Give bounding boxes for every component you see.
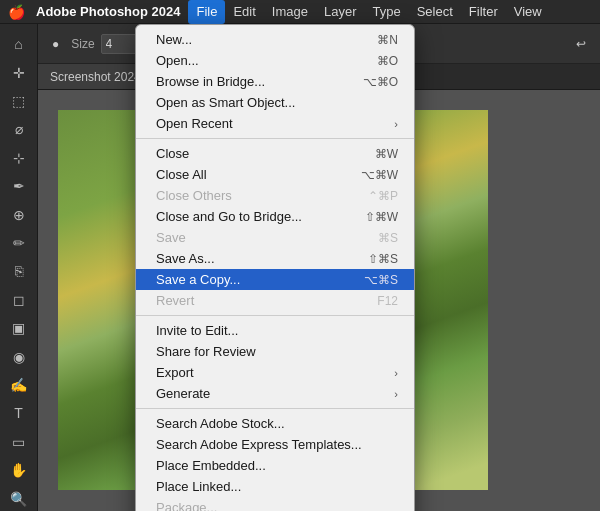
- tool-eraser[interactable]: ◻: [5, 288, 33, 312]
- menu-open[interactable]: Open... ⌘O: [136, 50, 414, 71]
- menu-open-smart-object[interactable]: Open as Smart Object...: [136, 92, 414, 113]
- tool-blur[interactable]: ◉: [5, 344, 33, 368]
- menu-package: Package...: [136, 497, 414, 511]
- tool-hand[interactable]: ✋: [5, 458, 33, 482]
- menu-type[interactable]: Type: [365, 0, 409, 24]
- tool-shape[interactable]: ▭: [5, 430, 33, 454]
- menu-image[interactable]: Image: [264, 0, 316, 24]
- menu-open-recent[interactable]: Open Recent ›: [136, 113, 414, 134]
- menu-save-copy[interactable]: Save a Copy... ⌥⌘S: [136, 269, 414, 290]
- file-menu-dropdown[interactable]: New... ⌘N Open... ⌘O Browse in Bridge...…: [135, 24, 415, 511]
- menu-place-linked[interactable]: Place Linked...: [136, 476, 414, 497]
- menu-close-all[interactable]: Close All ⌥⌘W: [136, 164, 414, 185]
- apple-menu[interactable]: 🍎: [4, 0, 28, 24]
- menu-filter[interactable]: Filter: [461, 0, 506, 24]
- tool-type[interactable]: T: [5, 401, 33, 425]
- separator-2: [136, 315, 414, 316]
- menu-export[interactable]: Export ›: [136, 362, 414, 383]
- tool-lasso[interactable]: ⌀: [5, 117, 33, 141]
- menu-search-stock[interactable]: Search Adobe Stock...: [136, 413, 414, 434]
- tool-heal[interactable]: ⊕: [5, 202, 33, 226]
- menu-save: Save ⌘S: [136, 227, 414, 248]
- menu-search-express[interactable]: Search Adobe Express Templates...: [136, 434, 414, 455]
- tool-move[interactable]: ✛: [5, 60, 33, 84]
- menu-select[interactable]: Select: [409, 0, 461, 24]
- menu-close-bridge[interactable]: Close and Go to Bridge... ⇧⌘W: [136, 206, 414, 227]
- menu-invite-edit[interactable]: Invite to Edit...: [136, 320, 414, 341]
- tool-zoom[interactable]: 🔍: [5, 487, 33, 511]
- separator-1: [136, 138, 414, 139]
- menu-save-as[interactable]: Save As... ⇧⌘S: [136, 248, 414, 269]
- size-label: Size: [71, 37, 94, 51]
- menu-close[interactable]: Close ⌘W: [136, 143, 414, 164]
- app-name-label: Adobe Photoshop 2024: [36, 4, 180, 19]
- menu-place-embedded[interactable]: Place Embedded...: [136, 455, 414, 476]
- tools-panel: ⌂ ✛ ⬚ ⌀ ⊹ ✒ ⊕ ✏ ⎘ ◻ ▣ ◉ ✍ T ▭ ✋ 🔍: [0, 24, 38, 511]
- menu-browse-bridge[interactable]: Browse in Bridge... ⌥⌘O: [136, 71, 414, 92]
- menu-edit[interactable]: Edit: [225, 0, 263, 24]
- menu-layer[interactable]: Layer: [316, 0, 365, 24]
- menu-file[interactable]: File: [188, 0, 225, 24]
- app-name: Adobe Photoshop 2024: [28, 0, 188, 24]
- menu-generate[interactable]: Generate ›: [136, 383, 414, 404]
- menubar: 🍎 Adobe Photoshop 2024 File Edit Image L…: [0, 0, 600, 24]
- undo-btn[interactable]: ↩: [570, 35, 592, 53]
- tool-pen[interactable]: ✍: [5, 373, 33, 397]
- menu-revert: Revert F12: [136, 290, 414, 311]
- tool-gradient[interactable]: ▣: [5, 316, 33, 340]
- menu-new[interactable]: New... ⌘N: [136, 29, 414, 50]
- tool-crop[interactable]: ⊹: [5, 146, 33, 170]
- brush-preset-picker[interactable]: ●: [46, 35, 65, 53]
- menu-view[interactable]: View: [506, 0, 550, 24]
- tool-eyedropper[interactable]: ✒: [5, 174, 33, 198]
- separator-3: [136, 408, 414, 409]
- menu-share-review[interactable]: Share for Review: [136, 341, 414, 362]
- tool-home[interactable]: ⌂: [5, 32, 33, 56]
- menu-close-others: Close Others ⌃⌘P: [136, 185, 414, 206]
- tool-brush[interactable]: ✏: [5, 231, 33, 255]
- tool-clone[interactable]: ⎘: [5, 259, 33, 283]
- tool-select-rect[interactable]: ⬚: [5, 89, 33, 113]
